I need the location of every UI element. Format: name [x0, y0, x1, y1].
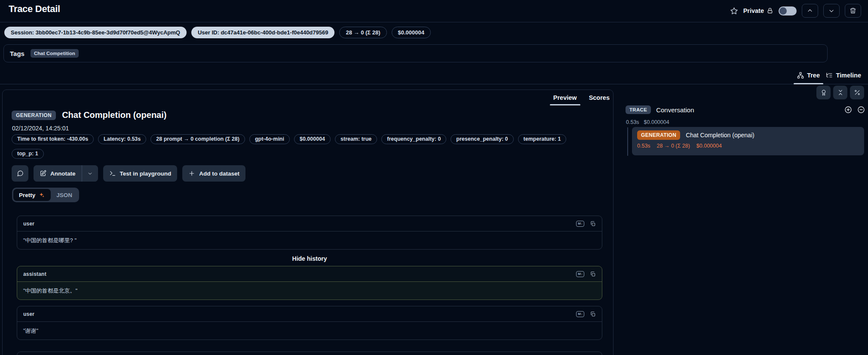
- tab-tree-label: Tree: [807, 72, 820, 79]
- generation-type-badge: GENERATION: [12, 111, 56, 120]
- delete-trace-button[interactable]: [845, 4, 861, 18]
- message-content: "谢谢": [17, 322, 602, 340]
- message-content: "中国的首都是北京。": [17, 282, 602, 299]
- pretty-toggle[interactable]: Pretty: [13, 189, 51, 201]
- comment-icon: [17, 170, 24, 177]
- active-preview-indicator: [550, 104, 580, 105]
- user-id-badge[interactable]: User ID: dc47a41e-06bc-400d-bde1-f0e440d…: [191, 27, 335, 38]
- chevrons-collapse-icon: [837, 89, 844, 96]
- meta-badge: temperature: 1: [518, 134, 567, 144]
- meta-badge: Time to first token: -430.00s: [12, 134, 94, 144]
- markdown-icon[interactable]: M↓: [576, 271, 584, 277]
- copy-icon[interactable]: [590, 221, 596, 227]
- session-badge[interactable]: Session: 3bb00ec7-1b13-4c9b-85ee-3d9d70f…: [4, 27, 187, 38]
- tab-tree[interactable]: Tree: [795, 67, 822, 84]
- expand-all-icon[interactable]: [844, 106, 852, 114]
- tree-item-metrics: 0.53s 28 → 0 (Σ 28) $0.000004: [637, 143, 859, 149]
- generation-badge: GENERATION: [637, 130, 680, 140]
- privacy-status: Private: [743, 7, 773, 14]
- observation-preview-card: Preview Scores GENERATION Chat Completio…: [2, 90, 613, 355]
- tree-panel-actions: [816, 86, 864, 99]
- tab-timeline[interactable]: Timeline: [824, 67, 863, 84]
- tab-preview-label: Preview: [553, 94, 577, 101]
- annotate-button[interactable]: Annotate: [34, 165, 82, 182]
- message-user-2: user M↓ "谢谢": [17, 306, 602, 340]
- trace-type-badge: TRACE: [626, 105, 651, 114]
- playground-label: Test in playground: [120, 170, 172, 177]
- metrics-toggle-button[interactable]: [850, 86, 864, 99]
- meta-badge: presence_penalty: 0: [451, 134, 513, 144]
- next-trace-button[interactable]: [823, 4, 840, 18]
- markdown-icon[interactable]: M↓: [576, 311, 584, 317]
- tree-branch-line: [627, 127, 628, 156]
- cost-badge: $0.000004: [392, 27, 431, 38]
- annotate-menu-button[interactable]: [82, 165, 98, 182]
- playground-button[interactable]: Test in playground: [103, 165, 178, 182]
- edit-icon: [40, 170, 46, 177]
- chevron-down-icon: [87, 171, 93, 176]
- markdown-icon[interactable]: M↓: [576, 221, 584, 227]
- comments-button[interactable]: [12, 165, 28, 182]
- tab-timeline-label: Timeline: [836, 72, 861, 79]
- copy-icon[interactable]: [590, 271, 596, 277]
- lock-icon: [767, 7, 773, 14]
- meta-badge: gpt-4o-mini: [249, 134, 290, 144]
- sparkles-icon: [38, 191, 45, 198]
- observation-actions: Annotate Test in playground Add to datas…: [12, 165, 245, 182]
- tags-container: Tags Chat Competition: [3, 44, 828, 62]
- meta-badge: stream: true: [335, 134, 377, 144]
- message-role: assistant: [23, 271, 46, 277]
- trace-id-badges: Session: 3bb00ec7-1b13-4c9b-85ee-3d9d70f…: [4, 27, 431, 38]
- trace-detail-page: Trace Detail Private Sessi: [0, 0, 868, 355]
- trace-title: Conversation: [656, 106, 694, 114]
- tree-item-generation[interactable]: GENERATION Chat Completion (openai) 0.53…: [632, 127, 864, 155]
- add-to-dataset-button[interactable]: Add to dataset: [182, 165, 245, 182]
- percent-icon: [854, 89, 861, 96]
- award-icon: [820, 89, 827, 96]
- meta-badge: Latency: 0.53s: [98, 134, 146, 144]
- plus-icon: [188, 170, 195, 177]
- observation-title: Chat Completion (openai): [62, 110, 166, 120]
- tree-item-title: Chat Completion (openai): [686, 132, 755, 139]
- trace-latency: 0.53s: [626, 119, 639, 125]
- meta-badge: frequency_penalty: 0: [381, 134, 446, 144]
- chevron-up-icon: [807, 7, 813, 14]
- item-latency: 0.53s: [637, 143, 650, 149]
- trace-root-row[interactable]: TRACE Conversation: [626, 105, 865, 114]
- tree-icon: [797, 72, 804, 79]
- message-assistant: assistant M↓ "中国的首都是北京。": [17, 266, 602, 300]
- message-content: "中国的首都是哪里? ": [17, 232, 602, 249]
- message-header: assistant M↓: [17, 266, 602, 282]
- tab-preview[interactable]: Preview: [552, 92, 578, 105]
- messages-list: user M↓ "中国的首都是哪里? " Hide history assist…: [17, 216, 602, 355]
- prev-trace-button[interactable]: [802, 4, 818, 18]
- observation-timestamp: 02/12/2024, 14:25:01: [12, 125, 69, 132]
- toggle-knob: [779, 7, 787, 15]
- item-tokens: 28 → 0 (Σ 28): [657, 143, 690, 149]
- tag-chip[interactable]: Chat Competition: [31, 49, 79, 58]
- top-header: Trace Detail Private: [0, 0, 868, 22]
- tab-scores[interactable]: Scores: [588, 92, 610, 105]
- annotate-split-button: Annotate: [34, 165, 98, 182]
- add-to-dataset-label: Add to dataset: [199, 170, 239, 177]
- star-icon[interactable]: [730, 7, 738, 15]
- meta-badge: top_p: 1: [12, 149, 44, 159]
- collapse-all-button[interactable]: [833, 86, 847, 99]
- tab-scores-label: Scores: [589, 94, 610, 101]
- private-label: Private: [743, 7, 764, 14]
- tags-label: Tags: [10, 50, 25, 57]
- message-role: user: [23, 221, 34, 227]
- public-toggle[interactable]: [779, 6, 797, 15]
- token-usage-badge: 28 → 0 (Σ 28): [339, 27, 386, 38]
- scores-toggle-button[interactable]: [816, 86, 831, 99]
- meta-badge: $0.000004: [294, 134, 331, 144]
- collapse-tree-icon[interactable]: [857, 106, 865, 114]
- copy-icon[interactable]: [590, 311, 596, 317]
- json-toggle[interactable]: JSON: [51, 189, 78, 201]
- hide-history-button[interactable]: Hide history: [17, 255, 602, 262]
- item-cost: $0.000004: [696, 143, 722, 149]
- message-header: user M↓: [17, 216, 602, 232]
- trace-cost: $0.000004: [644, 119, 669, 125]
- trash-icon: [850, 7, 856, 14]
- format-toggle: Pretty JSON: [12, 188, 79, 202]
